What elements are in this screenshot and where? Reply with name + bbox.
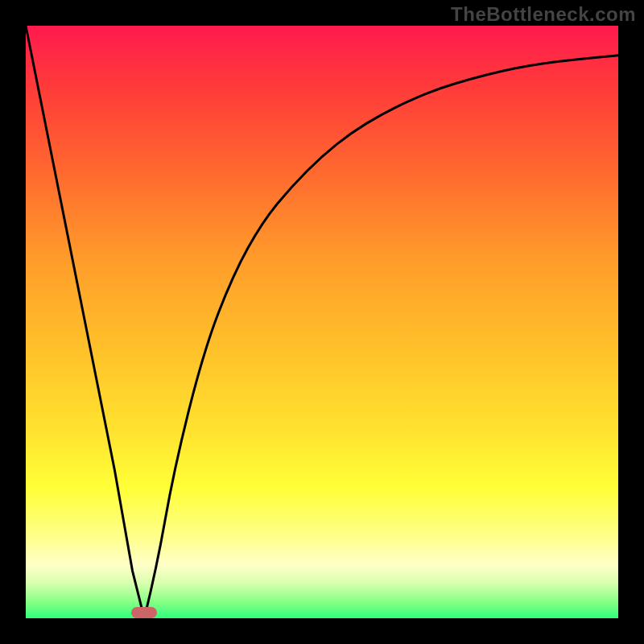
chart-frame: TheBottleneck.com (0, 0, 644, 644)
bottleneck-curve (26, 26, 618, 618)
plot-area (26, 26, 618, 618)
curve-path (26, 26, 618, 618)
minimum-marker (131, 607, 157, 618)
watermark-text: TheBottleneck.com (451, 3, 636, 26)
